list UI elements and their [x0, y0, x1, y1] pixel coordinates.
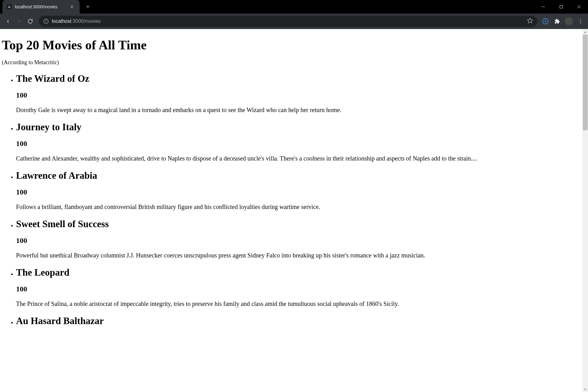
tab-favicon-icon	[7, 4, 12, 9]
extension-onepassword-icon[interactable]	[540, 16, 550, 26]
movie-score: 100	[16, 140, 581, 148]
movie-description: The Prince of Salina, a noble aristocrat…	[16, 299, 581, 308]
movie-title: Au Hasard Balthazar	[16, 315, 581, 327]
scroll-thumb[interactable]	[583, 35, 588, 130]
movies-list: The Wizard of Oz 100 Dorothy Gale is swe…	[2, 73, 581, 327]
tab-close-icon[interactable]	[69, 4, 75, 10]
titlebar: localhost:3000/movies +	[0, 0, 588, 14]
address-bar[interactable]: localhost:3000/movies	[39, 16, 537, 27]
movie-score: 100	[16, 188, 581, 196]
svg-point-11	[580, 21, 581, 22]
page-title: Top 20 Movies of All Time	[2, 38, 581, 52]
reload-button[interactable]	[25, 16, 36, 27]
movie-title: Lawrence of Arabia	[16, 170, 581, 181]
tab-title: localhost:3000/movies	[15, 4, 69, 9]
menu-button[interactable]	[576, 16, 586, 26]
list-item: Lawrence of Arabia 100 Follows a brillia…	[16, 170, 581, 211]
maximize-button[interactable]	[552, 2, 570, 11]
svg-rect-3	[560, 6, 563, 8]
movie-description: Follows a brilliant, flamboyant and cont…	[16, 202, 581, 211]
svg-point-10	[580, 19, 581, 20]
forward-button[interactable]	[14, 16, 25, 27]
movie-score: 100	[16, 236, 581, 245]
minimize-button[interactable]	[534, 2, 552, 11]
list-item: The Leopard 100 The Prince of Salina, a …	[16, 267, 581, 308]
movie-description: Catherine and Alexander, wealthy and sop…	[16, 154, 581, 163]
window-controls	[534, 2, 588, 11]
extensions-icon[interactable]	[552, 16, 562, 26]
back-button[interactable]	[2, 16, 14, 27]
bookmark-star-icon[interactable]	[527, 18, 533, 25]
url-text: localhost:3000/movies	[52, 19, 101, 24]
browser-tab[interactable]: localhost:3000/movies	[2, 0, 80, 14]
movie-title: The Wizard of Oz	[16, 73, 581, 84]
list-item: Au Hasard Balthazar	[16, 315, 581, 327]
scroll-down-icon[interactable]: ▼	[582, 386, 588, 392]
toolbar-right-icons	[540, 16, 586, 26]
svg-marker-9	[528, 18, 533, 23]
movie-description: Powerful but unethical Broadway columnis…	[16, 251, 581, 260]
movie-title: Sweet Smell of Success	[16, 219, 581, 230]
info-icon[interactable]	[43, 19, 49, 24]
svg-point-8	[46, 20, 46, 21]
scrollbar[interactable]: ▲ ▼	[582, 29, 588, 392]
profile-avatar[interactable]	[564, 16, 574, 26]
movie-score: 100	[16, 285, 581, 293]
scroll-up-icon[interactable]: ▲	[582, 29, 588, 35]
movie-description: Dorothy Gale is swept away to a magical …	[16, 106, 581, 114]
close-window-button[interactable]	[570, 2, 588, 11]
page-content: Top 20 Movies of All Time (According to …	[0, 29, 582, 392]
browser-toolbar: localhost:3000/movies	[0, 14, 588, 29]
list-item: The Wizard of Oz 100 Dorothy Gale is swe…	[16, 73, 581, 114]
browser-chrome: localhost:3000/movies +	[0, 0, 588, 29]
list-item: Sweet Smell of Success 100 Powerful but …	[16, 219, 581, 260]
list-item: Journey to Italy 100 Catherine and Alexa…	[16, 122, 581, 163]
movie-score: 100	[16, 91, 581, 99]
viewport: Top 20 Movies of All Time (According to …	[0, 29, 588, 392]
new-tab-button[interactable]: +	[83, 2, 93, 11]
movie-title: Journey to Italy	[16, 122, 581, 133]
svg-point-12	[580, 23, 581, 23]
page-subtitle: (According to Metacritic)	[2, 59, 581, 66]
movie-title: The Leopard	[16, 267, 581, 278]
